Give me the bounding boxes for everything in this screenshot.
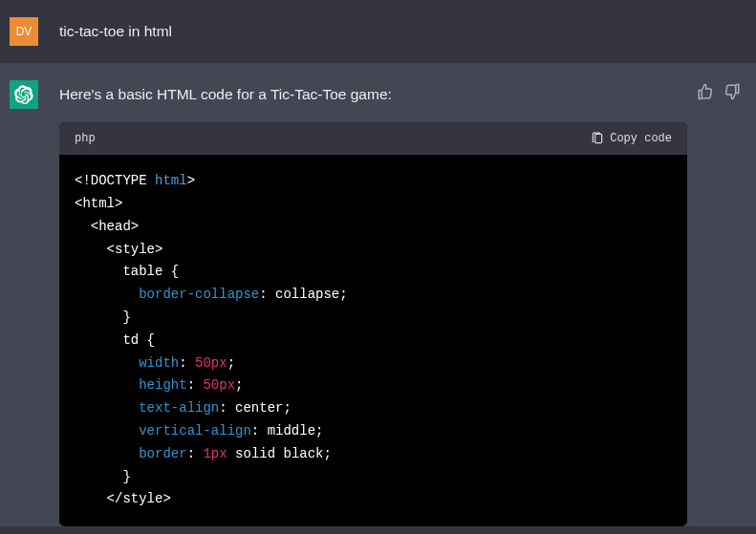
thumbs-up-button[interactable] xyxy=(697,83,714,100)
assistant-intro-text: Here's a basic HTML code for a Tic-Tac-T… xyxy=(59,83,697,105)
copy-code-button[interactable]: Copy code xyxy=(591,130,672,147)
assistant-avatar xyxy=(10,80,38,109)
assistant-message-row: Here's a basic HTML code for a Tic-Tac-T… xyxy=(0,63,756,526)
feedback-actions xyxy=(697,80,746,100)
user-message-text: tic-tac-toe in html xyxy=(59,17,746,42)
clipboard-icon xyxy=(591,132,604,145)
thumbs-down-button[interactable] xyxy=(724,83,741,100)
assistant-content: Here's a basic HTML code for a Tic-Tac-T… xyxy=(59,80,697,526)
code-body[interactable]: <!DOCTYPE html> <html> <head> <style> ta… xyxy=(59,155,687,526)
svg-rect-0 xyxy=(595,135,602,143)
thumbs-down-icon xyxy=(724,83,741,100)
user-message-row: DV tic-tac-toe in html xyxy=(0,0,756,63)
thumbs-up-icon xyxy=(697,83,714,100)
code-block: php Copy code <!DOCTYPE html> <html> <he… xyxy=(59,122,687,526)
copy-code-label: Copy code xyxy=(610,130,672,147)
code-language-label: php xyxy=(75,130,96,147)
code-header: php Copy code xyxy=(59,122,687,155)
user-avatar: DV xyxy=(10,17,38,46)
